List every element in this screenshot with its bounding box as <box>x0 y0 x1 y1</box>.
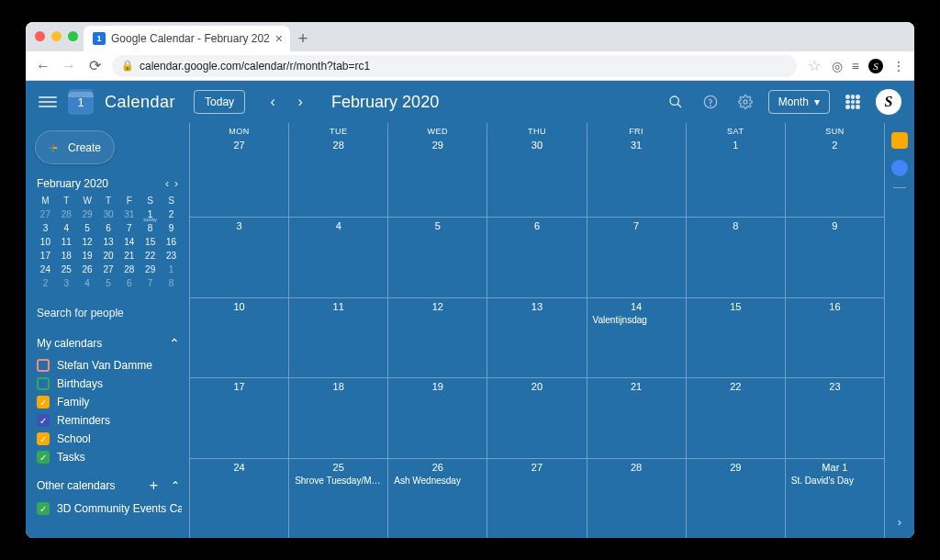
mini-day[interactable]: 28 <box>118 263 140 276</box>
mini-day[interactable]: 17 <box>35 249 56 263</box>
day-cell[interactable]: 27 <box>487 459 587 538</box>
day-cell[interactable]: 31 <box>588 137 687 217</box>
mini-day[interactable]: 2 <box>35 276 56 290</box>
day-cell[interactable]: 28 <box>289 137 388 217</box>
mini-day[interactable]: 24 <box>35 263 56 276</box>
mini-next-button[interactable]: › <box>173 177 180 190</box>
forward-button[interactable]: → <box>61 58 77 74</box>
day-cell[interactable]: 13 <box>487 298 587 377</box>
mini-prev-button[interactable]: ‹ <box>163 177 171 190</box>
settings-icon[interactable] <box>733 90 757 114</box>
mini-day[interactable]: 29 <box>77 207 98 221</box>
keep-icon[interactable] <box>891 132 908 149</box>
day-cell[interactable]: 18 <box>289 378 388 457</box>
mini-day[interactable]: 20 <box>98 249 119 263</box>
day-cell[interactable]: 1 <box>687 137 786 217</box>
day-cell[interactable]: 19 <box>388 378 487 457</box>
account-avatar[interactable]: S <box>876 89 901 115</box>
mini-day[interactable]: 1 <box>140 207 161 221</box>
mini-day[interactable]: 15 <box>140 235 161 249</box>
day-cell[interactable]: Mar 1St. David's Day <box>786 459 885 538</box>
day-cell[interactable]: 15 <box>687 298 786 377</box>
mini-day[interactable]: 8 <box>140 221 161 235</box>
mini-day[interactable]: 28 <box>56 207 77 221</box>
mini-day[interactable]: 12 <box>77 235 98 249</box>
mini-day[interactable]: 14 <box>118 235 140 249</box>
new-tab-button[interactable]: + <box>290 26 316 51</box>
day-cell[interactable]: 17 <box>190 378 289 457</box>
mini-day[interactable]: 3 <box>35 221 56 235</box>
day-cell[interactable]: 11 <box>289 298 388 377</box>
today-button[interactable]: Today <box>194 90 245 114</box>
calendar-item[interactable]: ✓School <box>35 430 182 448</box>
calendar-checkbox[interactable]: ✓ <box>37 502 50 515</box>
search-icon[interactable] <box>664 90 688 114</box>
event-chip[interactable]: Shrove Tuesday/Mardi Gr <box>293 475 384 487</box>
star-icon[interactable]: ☆ <box>806 57 822 74</box>
calendar-checkbox[interactable]: ✓ <box>37 451 50 464</box>
mini-day[interactable]: 8 <box>161 276 182 290</box>
mini-day[interactable]: 5 <box>98 276 119 290</box>
help-icon[interactable] <box>699 90 722 114</box>
mini-day[interactable]: 1 <box>161 263 182 276</box>
mini-day[interactable]: 27 <box>35 207 56 221</box>
mini-day[interactable]: 29 <box>140 263 161 276</box>
mini-day[interactable]: 9 <box>161 221 182 235</box>
mini-day[interactable]: 23 <box>161 249 182 263</box>
extension-icon[interactable]: ◎ <box>832 59 843 73</box>
day-cell[interactable]: 23 <box>786 378 885 457</box>
event-chip[interactable]: Valentijnsdag <box>591 314 682 326</box>
day-cell[interactable]: 7 <box>588 218 687 297</box>
my-calendars-toggle[interactable]: My calendars ⌃ <box>35 332 182 354</box>
calendar-item[interactable]: ✓Reminders <box>35 411 182 430</box>
day-cell[interactable]: 3 <box>190 218 289 297</box>
mini-day[interactable]: 19 <box>77 249 98 263</box>
day-cell[interactable]: 22 <box>687 378 786 457</box>
day-cell[interactable]: 27 <box>190 137 289 217</box>
search-people-input[interactable]: Search for people <box>35 303 182 323</box>
day-cell[interactable]: 24 <box>190 459 289 538</box>
mini-day[interactable]: 31 <box>118 207 140 221</box>
day-cell[interactable]: 16 <box>786 298 885 377</box>
mini-day[interactable]: 6 <box>118 276 140 290</box>
reload-button[interactable]: ⟳ <box>86 57 103 74</box>
hide-side-panel-button[interactable]: › <box>890 512 909 531</box>
mini-day[interactable]: 3 <box>56 276 77 290</box>
day-cell[interactable]: 2 <box>786 137 885 217</box>
mini-day[interactable]: 2 <box>161 207 182 221</box>
mini-day[interactable]: 22 <box>140 249 161 263</box>
day-cell[interactable]: 30 <box>487 137 587 217</box>
mini-day[interactable]: 4 <box>56 221 77 235</box>
url-input[interactable]: 🔒 calendar.google.com/calendar/r/month?t… <box>112 55 797 77</box>
mini-day[interactable]: 26 <box>77 263 98 276</box>
calendar-checkbox[interactable]: ✓ <box>37 396 50 409</box>
extension-icon[interactable]: S <box>868 59 883 73</box>
event-chip[interactable]: St. David's Day <box>789 475 880 487</box>
mini-day[interactable]: 7 <box>140 276 161 290</box>
browser-tab[interactable]: 1 Google Calendar - February 202 × <box>84 26 290 51</box>
day-cell[interactable]: 29 <box>388 137 487 217</box>
create-button[interactable]: ＋ Create <box>35 130 115 164</box>
day-cell[interactable]: 5 <box>388 218 487 297</box>
calendar-item[interactable]: ✓Tasks <box>35 448 182 466</box>
mini-day[interactable]: 13 <box>98 235 119 249</box>
mini-day[interactable]: 21 <box>118 249 140 263</box>
calendar-checkbox[interactable]: ✓ <box>37 414 50 427</box>
day-cell[interactable]: 14Valentijnsdag <box>588 298 687 377</box>
maximize-window-icon[interactable] <box>68 31 78 41</box>
mini-calendar[interactable]: MTWTFSS 27282930311234567891011121314151… <box>35 194 182 290</box>
mini-day[interactable]: 7 <box>118 221 140 235</box>
mini-day[interactable]: 5 <box>77 221 98 235</box>
mini-day[interactable]: 11 <box>56 235 77 249</box>
mini-day[interactable]: 30 <box>98 207 119 221</box>
prev-period-button[interactable]: ‹ <box>262 91 284 113</box>
day-cell[interactable]: 10 <box>190 298 289 377</box>
day-cell[interactable]: 4 <box>289 218 388 297</box>
calendar-checkbox[interactable] <box>37 377 50 390</box>
back-button[interactable]: ← <box>35 58 51 74</box>
calendar-item[interactable]: Birthdays <box>35 375 182 393</box>
close-window-icon[interactable] <box>35 31 45 41</box>
mini-day[interactable]: 27 <box>98 263 119 276</box>
mini-day[interactable]: 4 <box>77 276 98 290</box>
next-period-button[interactable]: › <box>289 91 311 113</box>
